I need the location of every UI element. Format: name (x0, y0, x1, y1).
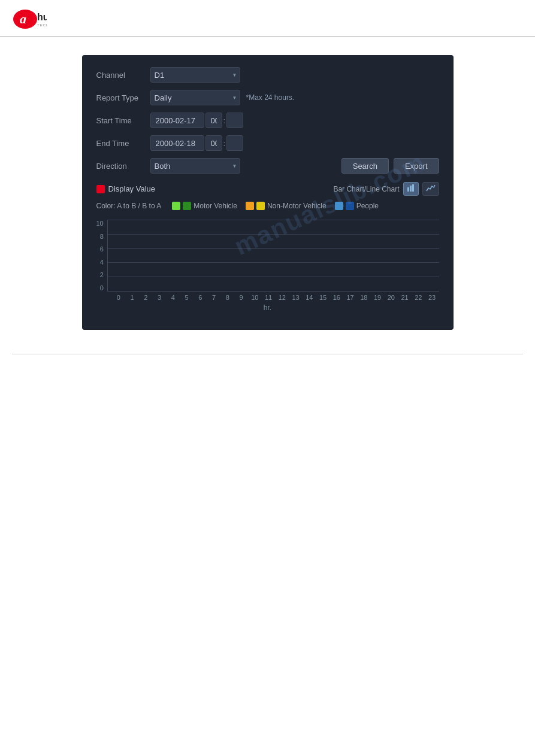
dark-panel: manualslib.com Channel D1 Report Type Da… (82, 55, 454, 330)
start-time-group: : (150, 113, 244, 128)
svg-rect-4 (407, 187, 409, 192)
x-label-18: 18 (357, 294, 371, 301)
bar-chart-icon (407, 184, 415, 192)
start-min-input[interactable] (226, 113, 243, 128)
non-motor-vehicle-color-a (246, 202, 254, 210)
y-label-0: 0 (100, 284, 104, 292)
direction-select[interactable]: Both A to B B to A (150, 158, 240, 174)
non-motor-vehicle-label: Non-Motor Vehicle (267, 202, 327, 210)
direction-select-wrapper[interactable]: Both A to B B to A (150, 158, 240, 174)
x-label-16: 16 (330, 294, 344, 301)
display-value-row: Display Value Bar Chart/Line Chart (96, 182, 439, 196)
x-label-2: 2 (139, 294, 153, 301)
x-label-1: 1 (125, 294, 139, 301)
motor-vehicle-color-b (183, 202, 191, 210)
start-time-label: Start Time (96, 116, 150, 125)
search-button[interactable]: Search (341, 158, 389, 174)
start-hour-input[interactable] (205, 113, 222, 128)
y-label-4: 4 (100, 259, 104, 266)
svg-text:hua: hua (37, 12, 47, 22)
x-label-10: 10 (248, 294, 262, 301)
legend-row: Color: A to B / B to A Motor Vehicle Non… (96, 202, 439, 210)
legend-label: Color: A to B / B to A (96, 202, 162, 210)
x-label-21: 21 (398, 294, 412, 301)
x-label-8: 8 (221, 294, 235, 301)
svg-rect-6 (412, 184, 414, 192)
grid-line-10 (108, 220, 439, 220)
report-type-select[interactable]: Daily (150, 90, 240, 105)
line-chart-icon (426, 184, 436, 192)
logo: a hua TECHNOLOGY (12, 7, 47, 31)
chart-toggle-right: Bar Chart/Line Chart (333, 182, 439, 196)
x-unit: hr. (96, 303, 439, 312)
report-type-row: Report Type Daily *Max 24 hours. (96, 90, 439, 105)
export-button[interactable]: Export (394, 158, 439, 174)
channel-select-wrapper[interactable]: D1 (150, 67, 240, 83)
people-label: People (356, 202, 379, 210)
end-hour-input[interactable] (205, 135, 222, 151)
end-time-row: End Time : (96, 135, 439, 151)
display-value-checkbox[interactable] (96, 185, 105, 193)
x-label-11: 11 (262, 294, 276, 301)
grid-line-2 (108, 277, 439, 277)
people-color-a (335, 202, 343, 210)
chart-grid (107, 220, 439, 292)
start-time-row: Start Time : (96, 113, 439, 128)
non-motor-vehicle-legend: Non-Motor Vehicle (246, 202, 327, 210)
start-time-sep: : (223, 116, 226, 125)
display-value-left: Display Value (96, 184, 156, 193)
y-label-6: 6 (100, 245, 104, 253)
end-min-input[interactable] (226, 135, 243, 151)
x-label-20: 20 (385, 294, 398, 301)
start-date-input[interactable] (150, 113, 204, 128)
x-label-13: 13 (289, 294, 303, 301)
logo-icon: a hua TECHNOLOGY (12, 7, 47, 31)
x-label-3: 3 (153, 294, 167, 301)
svg-text:TECHNOLOGY: TECHNOLOGY (37, 23, 47, 27)
motor-vehicle-legend: Motor Vehicle (172, 202, 237, 210)
people-color-b (346, 202, 354, 210)
bar-chart-button[interactable] (403, 182, 419, 196)
end-time-group: : (150, 135, 244, 151)
y-label-8: 8 (100, 233, 104, 240)
header: a hua TECHNOLOGY (0, 0, 535, 37)
x-label-15: 15 (316, 294, 330, 301)
motor-vehicle-color-a (172, 202, 180, 210)
direction-row: Direction Both A to B B to A Search Expo… (96, 158, 439, 174)
end-time-label: End Time (96, 139, 150, 148)
chart-toggle-label: Bar Chart/Line Chart (333, 185, 399, 193)
x-label-22: 22 (412, 294, 425, 301)
direction-label: Direction (96, 162, 150, 171)
x-label-0: 0 (112, 294, 126, 301)
chart-inner: 10 8 6 4 2 0 (96, 220, 439, 292)
y-label-10: 10 (96, 220, 104, 227)
report-type-label: Report Type (96, 93, 150, 102)
line-chart-button[interactable] (422, 182, 439, 196)
svg-text:a: a (20, 11, 26, 26)
x-label-12: 12 (276, 294, 289, 301)
x-label-4: 4 (167, 294, 180, 301)
y-label-2: 2 (100, 271, 104, 278)
channel-select[interactable]: D1 (150, 67, 240, 83)
x-label-5: 5 (180, 294, 194, 301)
channel-label: Channel (96, 71, 150, 80)
svg-rect-5 (410, 186, 412, 192)
bottom-line (12, 354, 523, 359)
grid-line-6 (108, 248, 439, 249)
main-content: manualslib.com Channel D1 Report Type Da… (0, 37, 535, 371)
x-label-19: 19 (371, 294, 385, 301)
channel-row: Channel D1 (96, 67, 439, 83)
people-legend: People (335, 202, 379, 210)
x-label-9: 9 (234, 294, 248, 301)
end-date-input[interactable] (150, 135, 204, 151)
end-time-sep: : (223, 139, 226, 148)
grid-line-8 (108, 234, 439, 235)
report-type-select-wrapper[interactable]: Daily (150, 90, 240, 105)
x-label-17: 17 (343, 294, 357, 301)
buttons-row: Search Export (341, 158, 439, 174)
y-axis: 10 8 6 4 2 0 (96, 220, 107, 292)
non-motor-vehicle-color-b (256, 202, 265, 210)
x-axis-row: 0 1 2 3 4 5 6 7 8 9 10 11 12 13 14 15 16… (112, 294, 439, 301)
motor-vehicle-label: Motor Vehicle (194, 202, 237, 210)
display-value-label: Display Value (108, 184, 156, 193)
